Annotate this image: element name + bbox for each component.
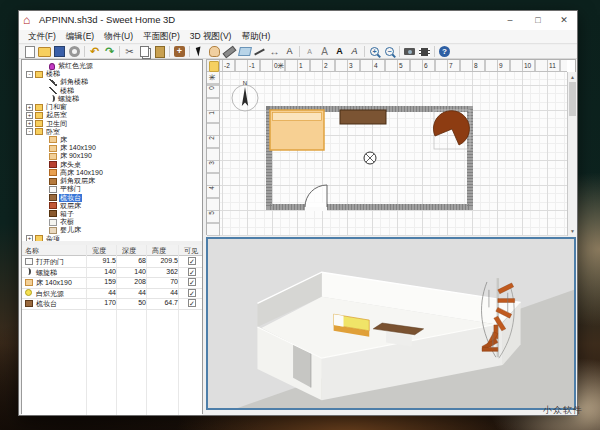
cell-width: 91.5 (88, 257, 116, 264)
plan-vertical-scrollbar[interactable]: ▲ ▼ (567, 72, 577, 236)
ti-folder (35, 120, 43, 127)
expand-icon[interactable]: + (26, 120, 33, 127)
tree-item-床 140x190[interactable]: 床 140x190 (22, 144, 202, 152)
close-button[interactable]: ✕ (551, 11, 577, 30)
open-icon (38, 47, 51, 57)
level-tab-icon[interactable] (209, 61, 219, 72)
add-texts-icon[interactable]: A (283, 45, 297, 58)
tree-item-床[interactable]: 床 (22, 136, 202, 144)
tree-item-婴儿床[interactable]: 婴儿床 (22, 226, 202, 234)
cell-height: 209.5 (148, 257, 178, 264)
tree-item-床头桌[interactable]: 床头桌 (22, 161, 202, 169)
select-icon[interactable] (193, 45, 207, 58)
plan-2d-canvas[interactable]: N (220, 72, 567, 236)
furniture-catalog-tree[interactable]: 紫红色光源-楼梯斜角楼梯楼梯螺旋梯+门和窗+起居室+卫生间-卧室床床 140x1… (22, 60, 202, 241)
tree-item-卫生间[interactable]: +卫生间 (22, 120, 202, 128)
open-icon[interactable] (38, 45, 52, 58)
menu-item-1[interactable]: 编辑(E) (61, 31, 99, 43)
increase-text-size-icon[interactable]: A (318, 45, 332, 58)
save-icon[interactable] (53, 45, 67, 58)
ti-table-red (49, 161, 57, 168)
photo-icon[interactable] (403, 45, 417, 58)
view-3d-panel[interactable] (206, 237, 576, 410)
zoom-in-icon[interactable]: + (368, 45, 382, 58)
tree-item-梳妆台[interactable]: 梳妆台 (22, 194, 202, 202)
help-icon[interactable]: ? (438, 45, 452, 58)
visible-checkbox[interactable]: ✓ (188, 299, 196, 307)
menu-item-3[interactable]: 平面图(P) (138, 31, 185, 43)
menu-item-2[interactable]: 物件(U) (99, 31, 138, 43)
video-icon[interactable] (418, 45, 432, 58)
bold-icon[interactable]: A (333, 45, 347, 58)
tree-item-双层床[interactable]: 双层床 (22, 202, 202, 210)
tree-item-楼梯[interactable]: -楼梯 (22, 70, 202, 78)
italic-icon[interactable]: A (348, 45, 362, 58)
furniture-table-header: 名称宽度深度高度可见 (22, 245, 202, 256)
tree-item-label: 箱子 (59, 210, 75, 218)
create-rooms-icon[interactable] (238, 45, 252, 58)
furniture-list-table[interactable]: 名称宽度深度高度可见 打开的门91.568209.5✓螺旋梯140140362✓… (22, 245, 202, 415)
tree-item-斜角楼梯[interactable]: 斜角楼梯 (22, 78, 202, 86)
title-bar[interactable]: ⌂ APPINN.sh3d - Sweet Home 3D – □ ✕ (19, 11, 577, 30)
cell-name: 打开的门 (36, 257, 64, 267)
scroll-down-icon[interactable]: ▼ (568, 228, 577, 234)
add-furniture-icon[interactable]: + (173, 45, 187, 58)
collapse-icon[interactable]: - (26, 128, 33, 135)
menu-item-5[interactable]: 帮助(H) (236, 31, 275, 43)
door-symbol[interactable] (305, 185, 327, 211)
collapse-icon[interactable]: - (26, 71, 33, 78)
v-ruler-label: 3 (208, 161, 215, 165)
tree-item-楼梯[interactable]: 楼梯 (22, 87, 202, 95)
tree-item-label: 门和窗 (45, 103, 68, 111)
tree-item-卧室[interactable]: -卧室 (22, 128, 202, 136)
cut-icon[interactable]: ✂ (123, 45, 137, 58)
tree-item-箱子[interactable]: 箱子 (22, 210, 202, 218)
zoom-out-icon[interactable]: − (383, 45, 397, 58)
tree-item-紫红色光源[interactable]: 紫红色光源 (22, 62, 202, 70)
paste-icon[interactable] (153, 45, 167, 58)
tree-item-起居室[interactable]: +起居室 (22, 111, 202, 119)
create-polylines-icon (254, 48, 265, 55)
light-plan-item[interactable] (364, 152, 376, 164)
tree-item-高床 140x190[interactable]: 高床 140x190 (22, 169, 202, 177)
new-document-icon[interactable] (23, 45, 37, 58)
tree-item-平移门[interactable]: 平移门 (22, 185, 202, 193)
menu-item-4[interactable]: 3D 视图(V) (185, 31, 237, 43)
scroll-up-icon[interactable]: ▲ (568, 74, 577, 80)
compass-icon: N (232, 80, 258, 111)
scrollbar-thumb[interactable] (569, 82, 576, 116)
create-dimensions-icon[interactable]: ↔ (268, 45, 282, 58)
minimize-button[interactable]: – (497, 11, 523, 30)
table-row-梳妆台[interactable]: 梳妆台1705064.7✓ (22, 298, 202, 310)
spiral-stairs-plan-item[interactable] (433, 110, 470, 149)
visible-checkbox[interactable]: ✓ (188, 289, 196, 297)
undo-icon[interactable]: ↶ (88, 45, 102, 58)
create-polylines-icon[interactable] (253, 45, 267, 58)
create-walls-icon[interactable] (223, 45, 237, 58)
visible-checkbox[interactable]: ✓ (188, 268, 196, 276)
tree-item-床 90x190[interactable]: 床 90x190 (22, 152, 202, 160)
decrease-text-size-icon[interactable]: A (303, 45, 317, 58)
bed-plan-item[interactable] (270, 110, 324, 150)
h-ruler-label: 11 (549, 62, 556, 69)
plan-2d-panel: -2-10米1234567891011 0米12345 N (206, 59, 576, 235)
tree-item-衣橱[interactable]: 衣橱 (22, 218, 202, 226)
cell-name: 床 140x190 (36, 278, 72, 288)
expand-icon[interactable]: + (26, 104, 33, 111)
maximize-button[interactable]: □ (525, 11, 551, 30)
expand-icon[interactable]: + (26, 112, 33, 119)
visible-checkbox[interactable]: ✓ (188, 257, 196, 265)
tree-item-门和窗[interactable]: +门和窗 (22, 103, 202, 111)
dresser-plan-item[interactable] (340, 110, 386, 124)
tree-item-斜角双层床[interactable]: 斜角双层床 (22, 177, 202, 185)
tree-item-螺旋梯[interactable]: 螺旋梯 (22, 95, 202, 103)
pan-icon[interactable] (208, 45, 222, 58)
redo-icon[interactable]: ↷ (103, 45, 117, 58)
copy-icon[interactable] (138, 45, 152, 58)
visible-checkbox[interactable]: ✓ (188, 278, 196, 286)
preferences-icon[interactable] (68, 45, 82, 58)
table-header-名称[interactable]: 名称 (25, 246, 87, 256)
increase-text-size-icon: A (321, 47, 328, 57)
tree-item-label: 床头桌 (59, 161, 82, 169)
menu-item-0[interactable]: 文件(F) (23, 31, 61, 43)
